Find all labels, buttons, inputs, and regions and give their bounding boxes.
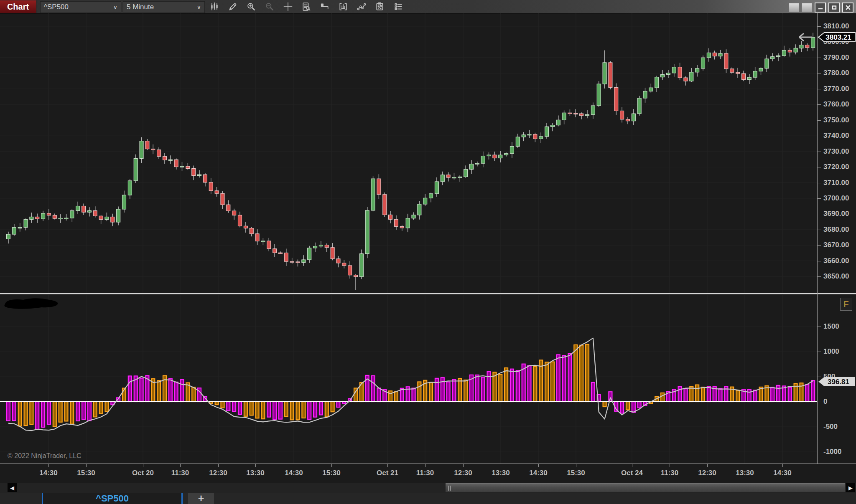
indicator-value: 396.81 <box>828 378 849 386</box>
time-tick-label: 14:30 <box>529 469 547 477</box>
indicator-panel-canvas[interactable] <box>0 295 818 463</box>
time-tick-label: 14:30 <box>285 469 303 477</box>
time-tick-label: 11:30 <box>171 469 189 477</box>
symbol-selector[interactable]: ^SP500 ∨ <box>40 1 121 13</box>
add-tab-button[interactable]: + <box>188 493 214 504</box>
window-controls <box>789 3 853 13</box>
time-tick-label: 11:30 <box>416 469 434 477</box>
crosshair-icon[interactable] <box>283 1 293 12</box>
zoom-in-icon[interactable] <box>246 1 257 12</box>
scroll-left-button[interactable]: ◀ <box>8 483 17 492</box>
time-tick <box>670 464 670 467</box>
time-tick-label: 15:30 <box>77 469 95 477</box>
time-tick-label: Oct 24 <box>621 469 643 477</box>
time-tick <box>463 464 464 467</box>
time-tick-label: Oct 20 <box>132 469 154 477</box>
time-tick <box>48 464 49 467</box>
time-tick-label: 12:30 <box>454 469 472 477</box>
time-tick <box>538 464 539 467</box>
drawing-line-icon[interactable] <box>356 1 367 12</box>
time-tick-label: 12:30 <box>698 469 716 477</box>
time-tick <box>218 464 219 467</box>
time-axis[interactable]: 14:3015:30Oct 2011:3012:3013:3014:3015:3… <box>0 463 856 483</box>
scroll-right-button[interactable]: ▶ <box>846 483 855 492</box>
chevron-down-icon: ∨ <box>113 4 117 10</box>
chevron-down-icon: ∨ <box>197 4 201 10</box>
toolbar-icons <box>209 1 404 13</box>
last-price-arrow-icon <box>799 33 812 41</box>
data-box-icon[interactable] <box>301 1 312 12</box>
time-tick <box>425 464 425 467</box>
time-tick <box>143 464 143 467</box>
maximize-button[interactable] <box>828 3 840 13</box>
link-interval-button[interactable] <box>802 3 812 12</box>
strategies-icon[interactable] <box>374 1 385 12</box>
last-price-value: 3803.21 <box>825 33 851 41</box>
time-tick-label: 14:30 <box>39 469 57 477</box>
time-tick <box>180 464 181 467</box>
price-panel-canvas[interactable] <box>0 13 818 293</box>
time-tick <box>294 464 294 467</box>
time-tick-label: 13:30 <box>246 469 264 477</box>
toolbar: Chart ^SP500 ∨ 5 Minute ∨ <box>0 0 856 14</box>
price-marker-overlay: 3803.21 396.81 <box>794 13 856 463</box>
time-tick-label: 15:30 <box>322 469 340 477</box>
close-button[interactable] <box>842 3 853 13</box>
time-tick <box>255 464 256 467</box>
time-tick-label: 14:30 <box>773 469 791 477</box>
chart-window: Chart ^SP500 ∨ 5 Minute ∨ <box>0 0 856 504</box>
indicators-icon[interactable] <box>338 1 349 12</box>
time-tick <box>86 464 87 467</box>
time-tick-label: Oct 21 <box>377 469 398 477</box>
time-tick <box>632 464 632 467</box>
properties-icon[interactable] <box>393 1 404 12</box>
interval-value: 5 Minute <box>127 3 154 11</box>
chart-style-icon[interactable] <box>209 1 220 12</box>
link-instrument-button[interactable] <box>789 3 799 12</box>
drawing-tools-icon[interactable] <box>227 1 238 12</box>
redacted-indicator-label <box>2 296 64 313</box>
tab-bar: ^SP500 + <box>0 493 856 504</box>
time-tick <box>501 464 501 467</box>
time-tick-label: 11:30 <box>661 469 679 477</box>
minimize-button[interactable] <box>815 3 826 13</box>
time-tick <box>782 464 783 467</box>
window-title: Chart <box>0 0 36 13</box>
chart-trader-icon[interactable] <box>319 1 330 12</box>
interval-selector[interactable]: 5 Minute ∨ <box>123 1 205 13</box>
chart-scrollbar: ◀ ▶ <box>0 483 856 493</box>
time-tick-label: 12:30 <box>209 469 227 477</box>
tab-sp500[interactable]: ^SP500 <box>42 493 183 504</box>
symbol-value: ^SP500 <box>44 3 69 11</box>
copyright-text: © 2022 NinjaTrader, LLC <box>8 452 82 460</box>
time-tick-label: 15:30 <box>567 469 585 477</box>
time-tick <box>331 464 332 467</box>
time-tick <box>707 464 708 467</box>
time-tick <box>576 464 576 467</box>
time-tick-label: 13:30 <box>736 469 754 477</box>
time-tick <box>745 464 745 467</box>
time-tick <box>387 464 388 467</box>
zoom-out-icon[interactable] <box>264 1 275 12</box>
scroll-thumb[interactable] <box>446 483 845 492</box>
time-tick-label: 13:30 <box>492 469 510 477</box>
